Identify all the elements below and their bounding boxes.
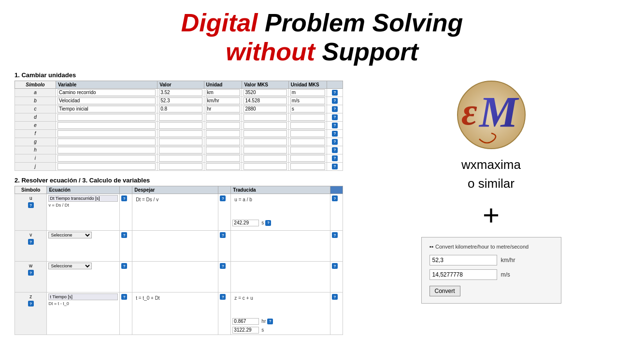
- eq-help2-btn[interactable]: ?: [220, 232, 226, 238]
- unidad-mks-input[interactable]: [290, 106, 325, 112]
- valor-input[interactable]: [159, 163, 202, 170]
- valor-mks-input[interactable]: [243, 106, 286, 112]
- unidad-input[interactable]: [206, 106, 241, 112]
- sym-help-btn[interactable]: ?: [28, 202, 34, 208]
- variable-input[interactable]: [57, 139, 156, 145]
- valor-input[interactable]: [159, 106, 202, 112]
- unidad-mks-input[interactable]: [290, 163, 325, 170]
- valor-input[interactable]: [159, 139, 202, 145]
- unidad-input[interactable]: [206, 163, 241, 170]
- symbol-cell: d: [15, 113, 56, 121]
- eq-help3-btn[interactable]: ?: [332, 232, 338, 238]
- valor-mks-input[interactable]: [243, 122, 286, 129]
- col-valor-mks: Valor MKS: [242, 81, 288, 88]
- eq-help2-btn[interactable]: ?: [220, 294, 226, 300]
- unidad-mks-cell: [288, 105, 327, 113]
- valor-mks-input[interactable]: [243, 130, 286, 137]
- help-button[interactable]: ?: [332, 98, 338, 104]
- converter-input-field[interactable]: [429, 255, 497, 265]
- sym-help-btn[interactable]: ?: [28, 239, 34, 245]
- valor-mks-input[interactable]: [243, 163, 286, 170]
- result-area2: s: [232, 327, 329, 334]
- variable-input[interactable]: [57, 147, 156, 153]
- unidad-mks-input[interactable]: [290, 130, 325, 137]
- valor-input[interactable]: [159, 97, 202, 104]
- help-button[interactable]: ?: [332, 139, 338, 145]
- help-button[interactable]: ?: [332, 131, 338, 137]
- valor-input[interactable]: [159, 147, 202, 153]
- eq-help1-btn[interactable]: ?: [121, 195, 127, 201]
- variable-input[interactable]: [57, 163, 156, 170]
- eq-help2-btn[interactable]: ?: [220, 195, 226, 201]
- valor-input[interactable]: [159, 122, 202, 129]
- help-button[interactable]: ?: [332, 90, 338, 96]
- help-button[interactable]: ?: [332, 106, 338, 112]
- valor-input[interactable]: [159, 114, 202, 121]
- eq-help1-btn[interactable]: ?: [121, 294, 127, 300]
- traducida-formula: u = a / b: [232, 195, 329, 204]
- eq-symbol: u: [16, 195, 45, 201]
- help-button[interactable]: ?: [332, 155, 338, 161]
- eq-help2-btn[interactable]: ?: [220, 263, 226, 269]
- result-help-btn[interactable]: ?: [267, 319, 273, 324]
- variable-input[interactable]: [57, 97, 156, 104]
- valor-mks-input[interactable]: [243, 147, 286, 153]
- valor-mks-input[interactable]: [243, 139, 286, 145]
- converter-output-field[interactable]: [429, 269, 497, 280]
- eq-help3-btn[interactable]: ?: [332, 294, 338, 300]
- variable-input[interactable]: [57, 155, 156, 162]
- valor-input[interactable]: [159, 89, 202, 96]
- unidad-input[interactable]: [206, 147, 241, 153]
- variable-input[interactable]: [57, 106, 156, 112]
- valor-mks-input[interactable]: [243, 89, 286, 96]
- eq-help3-btn[interactable]: ?: [332, 195, 338, 201]
- unidad-input[interactable]: [206, 122, 241, 129]
- unidad-input[interactable]: [206, 89, 241, 96]
- unidad-input[interactable]: [206, 97, 241, 104]
- unidad-mks-input[interactable]: [290, 139, 325, 145]
- variable-input[interactable]: [57, 89, 156, 96]
- valor-mks-input[interactable]: [243, 97, 286, 104]
- unidad-input[interactable]: [206, 130, 241, 137]
- unidad-mks-input[interactable]: [290, 114, 325, 121]
- traducida-cell: z = c + u hr ? s: [231, 292, 330, 334]
- unidad-input[interactable]: [206, 114, 241, 121]
- valor-mks-input[interactable]: [243, 155, 286, 162]
- valor-input[interactable]: [159, 130, 202, 137]
- unidad-mks-input[interactable]: [290, 147, 325, 153]
- sym-help-btn[interactable]: ?: [28, 301, 34, 306]
- logo-text2: o similar: [468, 176, 515, 191]
- eq-help2-cell: ?: [218, 194, 231, 230]
- unidad-mks-input[interactable]: [290, 97, 325, 104]
- eq-help1-btn[interactable]: ?: [121, 263, 127, 269]
- unidad-input[interactable]: [206, 155, 241, 162]
- unidad-mks-input[interactable]: [290, 122, 325, 129]
- result-input[interactable]: [232, 318, 259, 325]
- unidad-input[interactable]: [206, 139, 241, 145]
- equation-select[interactable]: Seleccione: [48, 263, 92, 269]
- eq-help1-btn[interactable]: ?: [121, 232, 127, 238]
- variable-input[interactable]: [57, 114, 156, 121]
- variable-cell: [56, 129, 157, 138]
- sym-help-btn[interactable]: ?: [28, 270, 34, 276]
- equation-select[interactable]: Seleccione: [48, 232, 92, 238]
- eq-help3-btn[interactable]: ?: [332, 263, 338, 269]
- help-button[interactable]: ?: [332, 114, 338, 120]
- result-help-btn[interactable]: ?: [265, 220, 271, 226]
- help-button[interactable]: ?: [332, 123, 338, 128]
- result-input[interactable]: [232, 220, 259, 226]
- eq-symbol: w: [16, 263, 45, 268]
- variable-input[interactable]: [57, 130, 156, 137]
- help-button[interactable]: ?: [332, 147, 338, 153]
- valor-input[interactable]: [159, 155, 202, 162]
- variable-input[interactable]: [57, 122, 156, 129]
- unidad-mks-input[interactable]: [290, 89, 325, 96]
- help-button[interactable]: ?: [332, 164, 338, 169]
- equation-sub: Dt = t - t_0: [48, 301, 118, 306]
- eq-col-help2: [218, 186, 231, 194]
- unidad-mks-input[interactable]: [290, 155, 325, 162]
- valor-mks-input[interactable]: [243, 114, 286, 121]
- result-input2[interactable]: [232, 327, 259, 334]
- eq-help3-cell: ?: [330, 194, 343, 230]
- convert-button[interactable]: Convert: [429, 286, 460, 296]
